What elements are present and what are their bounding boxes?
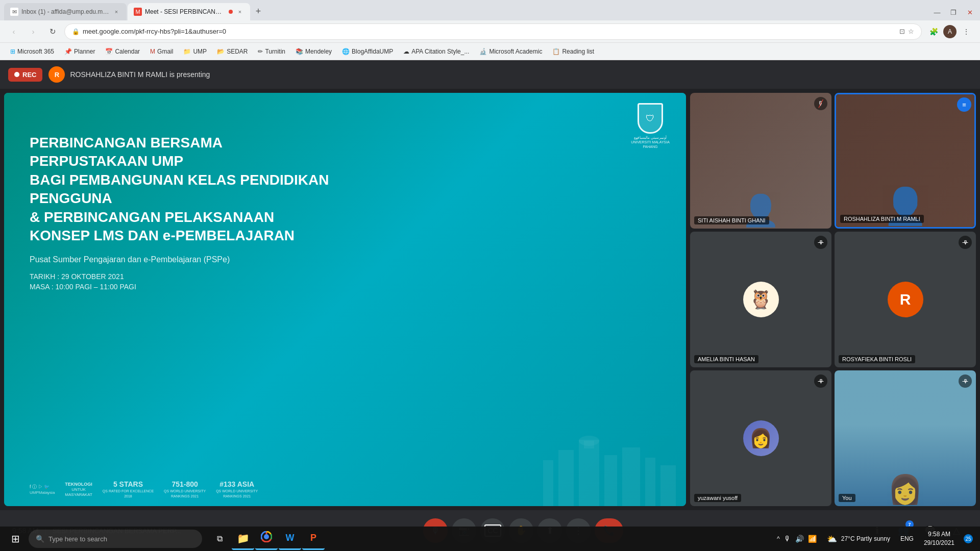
address-bar-icons: ⊡ ☆	[899, 28, 914, 35]
rec-button[interactable]: REC	[8, 68, 42, 82]
meet-main: 🛡 أونيبرسيتي ماليسيا فهعUNIVERSITI MALAY…	[0, 89, 980, 510]
slide-details: TARIKH : 29 OKTOBER 2021 MASA : 10:00 PA…	[30, 272, 660, 293]
clock-time: 9:58 AM	[928, 530, 950, 539]
readinglist-icon: 📋	[552, 48, 560, 55]
slide-title: PERBINCANGAN BERSAMA PERPUSTAKAAN UMP BA…	[30, 134, 336, 245]
svg-point-10	[264, 534, 269, 539]
search-bar[interactable]: 🔍 Type here to search	[29, 530, 202, 548]
browser-chrome: ✉ Inbox (1) - affida@ump.edu.my - × M Me…	[0, 0, 980, 60]
notification-button[interactable]: 25	[961, 534, 976, 543]
network-tray-icon[interactable]: 📶	[808, 535, 817, 543]
participant-tile-yuzawani: 👩 🎙 yuzawani yusoff	[690, 370, 831, 506]
planner-icon: 📌	[64, 48, 72, 55]
microsoft365-icon: ⊞	[10, 48, 15, 55]
rec-dot	[14, 72, 19, 77]
participants-panel: 👤 🎙╱ SITI AISHAH BINTI GHANI 👤 ≡ ROSHAHL…	[690, 93, 976, 506]
slide-content: 🛡 أونيبرسيتي ماليسيا فهعUNIVERSITI MALAY…	[4, 93, 686, 506]
taskview-button[interactable]: ⧉	[208, 528, 231, 550]
svg-rect-0	[543, 460, 553, 506]
profile-button[interactable]: A	[942, 24, 958, 39]
yuzawani-avatar: 👩	[743, 420, 779, 456]
rosyafieka-mute-icon: 🎙	[959, 236, 972, 249]
forward-button[interactable]: ›	[26, 24, 41, 39]
minimize-button[interactable]: —	[931, 6, 943, 18]
gmail-bm-icon: M	[150, 48, 155, 55]
amelia-mute-icon: 🎙	[814, 236, 827, 249]
logo-shield: 🛡	[638, 103, 663, 134]
presenter-avatar: R	[48, 66, 65, 83]
bookmark-ump[interactable]: 📁 UMP	[179, 46, 211, 57]
lang-text: ENG	[900, 535, 914, 542]
svg-rect-1	[558, 450, 574, 506]
bookmark-turnitin[interactable]: ✏ Turnitin	[254, 46, 289, 57]
yuzawani-name-badge: yuzawani yusoff	[694, 494, 741, 502]
weather-icon: ⛅	[827, 534, 837, 544]
svg-rect-5	[645, 458, 655, 506]
url-text: meet.google.com/pkf-rrcy-hbs?pli=1&authu…	[83, 28, 896, 35]
participant-tile-amelia: 🦉 🎙 AMELIA BINTI HASAN	[690, 232, 831, 367]
address-bar[interactable]: 🔒 meet.google.com/pkf-rrcy-hbs?pli=1&aut…	[64, 23, 922, 40]
new-tab-button[interactable]: +	[251, 4, 265, 18]
svg-rect-6	[660, 465, 676, 506]
svg-rect-8	[584, 441, 594, 448]
calendar-icon: 📅	[105, 48, 113, 55]
bookmark-msacademic[interactable]: 🔬 Microsoft Academic	[475, 46, 546, 57]
turnitin-icon: ✏	[258, 48, 263, 55]
tab-meet-close[interactable]: ×	[236, 8, 244, 16]
presenter-info: R ROSHAHLIZA BINTI M RAMLI is presenting	[48, 66, 210, 83]
bookmark-readinglist[interactable]: 📋 Reading list	[548, 46, 598, 57]
browser-tab-meet[interactable]: M Meet - SESI PERBINCANGAN... ×	[128, 3, 250, 20]
taskbar-right: ^ 🎙 🔊 📶 ⛅ 27°C Partly sunny ENG 9:58 AM …	[773, 530, 976, 547]
cast-icon[interactable]: ⊡	[899, 28, 905, 35]
siti-name-badge: SITI AISHAH BINTI GHANI	[694, 216, 769, 224]
siti-mute-icon: 🎙╱	[814, 97, 827, 110]
svg-rect-3	[604, 455, 617, 506]
mendeley-icon: 📚	[296, 48, 303, 55]
volume-tray-icon[interactable]: 🔊	[795, 535, 804, 543]
word-taskbar-button[interactable]: W	[279, 528, 301, 550]
chrome-taskbar-button[interactable]	[255, 528, 278, 550]
file-explorer-button[interactable]: 📁	[232, 528, 254, 550]
bookmark-calendar[interactable]: 📅 Calendar	[101, 46, 144, 57]
powerpoint-taskbar-button[interactable]: P	[302, 528, 325, 550]
address-bar-row: ‹ › ↻ 🔒 meet.google.com/pkf-rrcy-hbs?pli…	[0, 20, 980, 43]
ump-logo: 🛡 أونيبرسيتي ماليسيا فهعUNIVERSITI MALAY…	[630, 103, 671, 149]
window-controls: — ❐ ✕	[931, 6, 976, 20]
blogaffida-icon: 🌐	[342, 48, 350, 55]
maximize-button[interactable]: ❐	[947, 6, 960, 18]
mic-tray-icon[interactable]: 🎙	[784, 535, 791, 543]
search-icon: 🔍	[36, 535, 44, 543]
clock-area[interactable]: 9:58 AM 29/10/2021	[920, 530, 959, 547]
hidden-icons-button[interactable]: ^	[777, 535, 780, 542]
building-svg	[533, 430, 686, 506]
bookmark-star-icon[interactable]: ☆	[908, 28, 914, 35]
start-button[interactable]: ⊞	[4, 528, 27, 550]
meet-top-bar: REC R ROSHAHLIZA BINTI M RAMLI is presen…	[0, 60, 980, 89]
taskbar: ⊞ 🔍 Type here to search ⧉ 📁	[0, 527, 980, 551]
recording-dot	[229, 10, 233, 14]
bookmark-planner[interactable]: 📌 Planner	[60, 46, 99, 57]
lock-icon: 🔒	[72, 28, 80, 35]
you-mute-icon: 🎙	[959, 374, 972, 388]
svg-rect-2	[579, 440, 599, 506]
tab-gmail-close[interactable]: ×	[112, 8, 120, 16]
bookmark-apa[interactable]: ☁ APA Citation Style_...	[399, 46, 473, 57]
bookmark-gmail[interactable]: M Gmail	[146, 46, 177, 57]
clock-date: 29/10/2021	[924, 539, 954, 547]
notification-count: 25	[964, 534, 973, 543]
bookmark-microsoft365[interactable]: ⊞ Microsoft 365	[6, 46, 58, 57]
file-explorer-icon: 📁	[237, 532, 250, 544]
browser-tab-gmail[interactable]: ✉ Inbox (1) - affida@ump.edu.my - ×	[4, 3, 127, 20]
chrome-taskbar-icon	[261, 531, 272, 545]
bookmark-blogaffida[interactable]: 🌐 BlogAffidaUMP	[338, 46, 397, 57]
back-button[interactable]: ‹	[6, 24, 21, 39]
bookmark-mendeley[interactable]: 📚 Mendeley	[291, 46, 336, 57]
bookmark-sedar[interactable]: 📂 SEDAR	[213, 46, 252, 57]
close-button[interactable]: ✕	[964, 6, 976, 18]
sedar-icon: 📂	[217, 48, 225, 55]
browser-menu-button[interactable]: ⋮	[959, 24, 974, 39]
reload-button[interactable]: ↻	[45, 24, 60, 39]
participant-tile-rosyafieka: R 🎙 ROSYAFIEKA BINTI ROSLI	[835, 232, 976, 367]
extensions-button[interactable]: 🧩	[926, 24, 941, 39]
word-taskbar-icon: W	[286, 533, 295, 543]
